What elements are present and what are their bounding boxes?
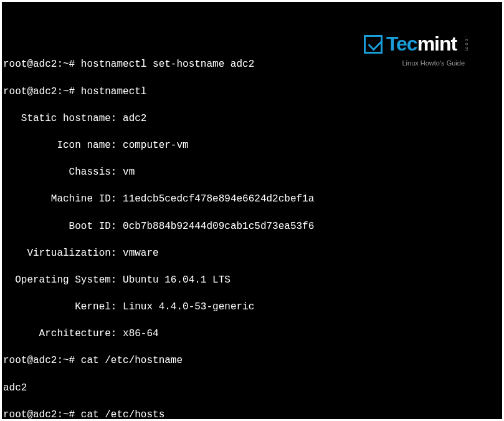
output-value: Linux 4.4.0-53-generic xyxy=(123,301,254,312)
output-value: vm xyxy=(123,167,135,178)
output-value: x86-64 xyxy=(123,328,159,339)
terminal-line: adc2 xyxy=(3,382,501,395)
shell-prompt: root@adc2:~# xyxy=(3,409,75,419)
output-value: adc2 xyxy=(123,113,146,124)
watermark-logo: Tecmint .com Linux Howto's Guide xyxy=(364,31,470,68)
logo-brand-text: Tecmint xyxy=(386,31,457,57)
command-text: hostnamectl xyxy=(81,86,147,97)
output-label: Machine ID: xyxy=(3,193,116,205)
output-label: Icon name: xyxy=(3,140,116,151)
terminal-line: Machine ID: 11edcb5cedcf478e894e6624d2cb… xyxy=(3,193,501,206)
shell-prompt: root@adc2:~# xyxy=(3,86,75,97)
output-label: Boot ID: xyxy=(3,221,116,232)
output-label: Architecture: xyxy=(3,328,116,339)
terminal-line: Operating System: Ubuntu 16.04.1 LTS xyxy=(3,274,501,288)
terminal-line: Boot ID: 0cb7b884b92444d09cab1c5d73ea53f… xyxy=(3,220,501,234)
command-text: cat /etc/hostname xyxy=(81,355,183,366)
terminal-line: root@adc2:~# cat /etc/hostname xyxy=(3,354,501,368)
terminal-line: root@adc2:~# cat /etc/hosts xyxy=(3,409,501,419)
output-label: Virtualization: xyxy=(3,248,116,259)
terminal-line: Architecture: x86-64 xyxy=(3,327,501,341)
command-text: hostnamectl set-hostname adc2 xyxy=(81,59,254,70)
logo-brand-white: mint xyxy=(417,32,457,55)
output-label: Static hostname: xyxy=(3,113,116,124)
command-text: cat /etc/hosts xyxy=(81,409,164,419)
shell-prompt: root@adc2:~# xyxy=(3,59,75,70)
terminal-line: root@adc2:~# hostnamectl xyxy=(3,85,501,99)
output-value: vmware xyxy=(123,248,159,259)
output-label: Chassis: xyxy=(3,167,116,178)
output-value: 11edcb5cedcf478e894e6624d2cbef1a xyxy=(123,193,314,205)
terminal-line: Static hostname: adc2 xyxy=(3,112,501,126)
logo-com-text: .com xyxy=(463,36,470,52)
logo-brand-blue: Tec xyxy=(386,32,417,55)
shell-prompt: root@adc2:~# xyxy=(3,355,75,366)
output-value: 0cb7b884b92444d09cab1c5d73ea53f6 xyxy=(123,221,314,232)
output-label: Kernel: xyxy=(3,301,116,312)
output-value: Ubuntu 16.04.1 LTS xyxy=(123,274,231,286)
terminal-line: Icon name: computer-vm xyxy=(3,139,501,153)
terminal-line: Kernel: Linux 4.4.0-53-generic xyxy=(3,301,501,314)
output-label: Operating System: xyxy=(3,274,116,286)
output-value: computer-vm xyxy=(123,140,189,151)
terminal-line: Virtualization: vmware xyxy=(3,247,501,261)
output-value: adc2 xyxy=(3,382,27,394)
terminal-window[interactable]: Tecmint .com Linux Howto's Guide root@ad… xyxy=(2,2,502,419)
checkmark-box-icon xyxy=(364,35,383,54)
terminal-line: Chassis: vm xyxy=(3,166,501,180)
logo-main-row: Tecmint .com xyxy=(364,31,470,57)
logo-tagline: Linux Howto's Guide xyxy=(402,59,465,68)
